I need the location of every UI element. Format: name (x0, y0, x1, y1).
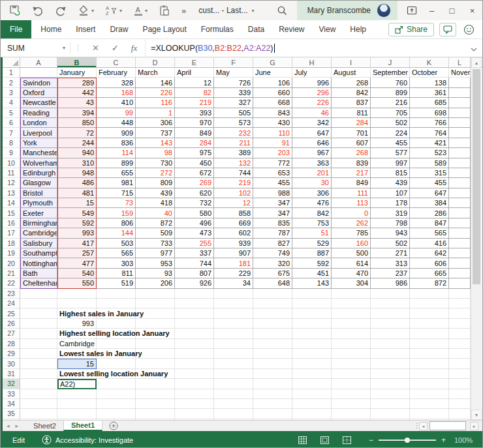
cell-I19[interactable]: 500 (332, 248, 371, 258)
cell-G15[interactable]: 347 (253, 208, 292, 218)
cell-G6[interactable]: 430 (253, 118, 292, 128)
cell-F23[interactable] (214, 289, 253, 299)
cell-C32[interactable] (97, 379, 136, 389)
row-header-17[interactable]: 17 (3, 228, 20, 238)
cell-H3[interactable]: 296 (292, 88, 332, 98)
cell-H10[interactable]: 363 (292, 158, 332, 168)
cell-B33[interactable] (57, 389, 97, 399)
cell-C14[interactable]: 73 (97, 198, 136, 208)
cell-E12[interactable]: 269 (175, 178, 214, 188)
cell-D34[interactable] (136, 399, 175, 409)
cell-I9[interactable]: 268 (332, 148, 371, 158)
cell-A29[interactable] (20, 349, 57, 359)
cell-F9[interactable]: 389 (214, 148, 253, 158)
cell-D12[interactable]: 809 (136, 178, 175, 188)
cell-E26[interactable] (175, 319, 214, 329)
cell-E31[interactable] (175, 369, 214, 379)
accessibility-checker[interactable]: Accessibility: Investigate (42, 435, 133, 445)
cell-H9[interactable]: 967 (292, 148, 332, 158)
cell-G8[interactable]: 91 (253, 138, 292, 148)
cell-D3[interactable]: 226 (136, 88, 175, 98)
cell-B31[interactable]: Lowest selling location January (57, 369, 97, 379)
cell-D2[interactable]: 146 (136, 78, 175, 87)
cell-F17[interactable]: 602 (214, 228, 253, 238)
cell-A18[interactable]: Salisbury (20, 239, 57, 248)
column-header-D[interactable]: D (136, 57, 175, 67)
cell-L34[interactable] (449, 399, 471, 409)
cell-C15[interactable]: 159 (97, 208, 136, 218)
cell-F12[interactable]: 219 (214, 178, 253, 188)
column-header-G[interactable]: G (253, 57, 292, 67)
cell-H20[interactable]: 592 (292, 258, 332, 268)
ribbon-tab-view[interactable]: View (312, 20, 343, 38)
cell-J17[interactable]: 943 (371, 228, 410, 238)
cell-C3[interactable]: 168 (97, 88, 136, 98)
cell-B34[interactable] (57, 399, 97, 409)
cell-A13[interactable]: Bristol (20, 188, 57, 198)
cell-A19[interactable]: Southampton (20, 248, 57, 258)
cell-H18[interactable]: 529 (292, 239, 332, 248)
cell-B10[interactable]: 310 (57, 158, 97, 168)
cell-K32[interactable] (410, 379, 449, 389)
cell-H2[interactable]: 996 (292, 78, 332, 87)
cell-L12[interactable] (449, 178, 471, 188)
cell-D9[interactable]: 98 (136, 148, 175, 158)
cell-K33[interactable] (410, 389, 449, 399)
cell-H6[interactable]: 342 (292, 118, 332, 128)
cell-C7[interactable]: 909 (97, 128, 136, 138)
cell-G29[interactable] (253, 349, 292, 359)
cell-F16[interactable]: 669 (214, 218, 253, 228)
cell-K4[interactable]: 685 (410, 98, 449, 108)
cell-D26[interactable] (136, 319, 175, 329)
cell-J31[interactable] (371, 369, 410, 379)
cell-E6[interactable]: 970 (175, 118, 214, 128)
row-header-13[interactable]: 13 (3, 188, 20, 198)
cell-A16[interactable]: Birmingham (20, 218, 57, 228)
cell-D7[interactable]: 737 (136, 128, 175, 138)
cell-E9[interactable]: 975 (175, 148, 214, 158)
cell-C2[interactable]: 328 (97, 78, 136, 87)
cell-H19[interactable]: 887 (292, 248, 332, 258)
cell-D15[interactable]: 40 (136, 208, 175, 218)
cell-L16[interactable] (449, 218, 471, 228)
row-header-33[interactable]: 33 (3, 389, 20, 399)
cell-H12[interactable]: 30 (292, 178, 332, 188)
cell-I26[interactable] (332, 319, 371, 329)
cell-I15[interactable]: 0 (332, 208, 371, 218)
cell-A7[interactable]: Liverpool (20, 128, 57, 138)
zoom-out-icon[interactable]: − (369, 436, 373, 445)
cell-F19[interactable]: 907 (214, 248, 253, 258)
cell-H30[interactable] (292, 359, 332, 368)
cell-K19[interactable]: 642 (410, 248, 449, 258)
row-header-4[interactable]: 4 (3, 98, 20, 108)
cell-G22[interactable]: 648 (253, 278, 292, 288)
row-header-16[interactable]: 16 (3, 218, 20, 228)
cell-F3[interactable]: 339 (214, 88, 253, 98)
cell-I25[interactable] (332, 308, 371, 318)
cell-L28[interactable] (449, 339, 471, 349)
row-header-35[interactable]: 35 (3, 409, 20, 419)
cell-K27[interactable] (410, 329, 449, 338)
column-header-I[interactable]: I (332, 57, 371, 67)
cell-J19[interactable]: 271 (371, 248, 410, 258)
cell-I2[interactable]: 268 (332, 78, 371, 87)
row-header-5[interactable]: 5 (3, 108, 20, 118)
zoom-level[interactable]: 100% (448, 436, 478, 444)
cell-F6[interactable]: 573 (214, 118, 253, 128)
cell-A20[interactable]: Nottingham (20, 258, 57, 268)
cell-K35[interactable] (410, 409, 449, 419)
cell-C24[interactable] (97, 299, 136, 308)
cell-I27[interactable] (332, 329, 371, 338)
cell-I34[interactable] (332, 399, 371, 409)
cell-J14[interactable]: 178 (371, 198, 410, 208)
cell-B12[interactable]: 486 (57, 178, 97, 188)
cell-D10[interactable]: 730 (136, 158, 175, 168)
cell-B30[interactable]: 15 (57, 359, 97, 368)
cell-E11[interactable]: 672 (175, 168, 214, 178)
cell-K25[interactable] (410, 308, 449, 318)
cell-H17[interactable]: 51 (292, 228, 332, 238)
row-header-25[interactable]: 25 (3, 308, 20, 318)
cell-J28[interactable] (371, 339, 410, 349)
cell-B1[interactable]: January (57, 68, 97, 78)
cell-I16[interactable]: 262 (332, 218, 371, 228)
